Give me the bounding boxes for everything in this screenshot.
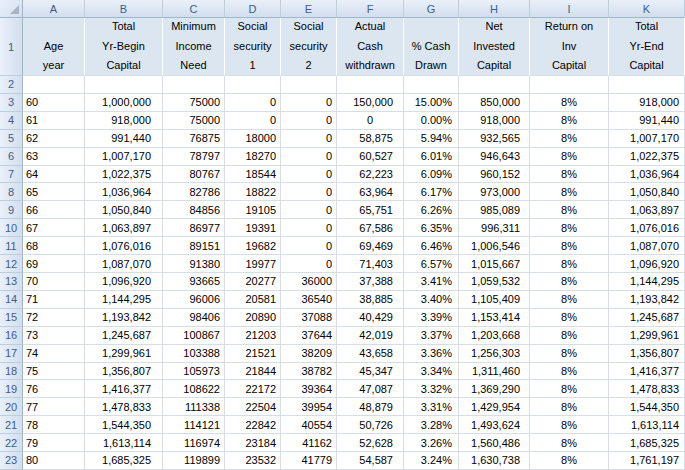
cell-C18[interactable]: 105973 xyxy=(163,363,225,381)
cell-E4[interactable]: 0 xyxy=(281,112,337,130)
cell-E15[interactable]: 37088 xyxy=(281,309,337,327)
cell-B5[interactable]: 991,440 xyxy=(85,130,163,148)
cell-C12[interactable]: 91380 xyxy=(163,255,225,273)
row-header-13[interactable]: 13 xyxy=(0,273,23,291)
row-header-9[interactable]: 9 xyxy=(0,201,23,219)
cell-H15[interactable]: 1,153,414 xyxy=(459,309,530,327)
cell-B10[interactable]: 1,063,897 xyxy=(85,219,163,237)
cell-K4[interactable]: 991,440 xyxy=(609,112,685,130)
cell-D20[interactable]: 22504 xyxy=(225,398,281,416)
cell-D1[interactable]: Socialsecurity1 xyxy=(225,18,281,76)
cell-H19[interactable]: 1,369,290 xyxy=(459,380,530,398)
cell-C2[interactable] xyxy=(163,76,225,94)
cell-F11[interactable]: 69,469 xyxy=(337,237,404,255)
cell-K16[interactable]: 1,299,961 xyxy=(609,327,685,345)
cell-K6[interactable]: 1,022,375 xyxy=(609,148,685,166)
cell-G14[interactable]: 3.40% xyxy=(404,291,459,309)
cell-A12[interactable]: 69 xyxy=(23,255,85,273)
cell-G12[interactable]: 6.57% xyxy=(404,255,459,273)
cell-A13[interactable]: 70 xyxy=(23,273,85,291)
cell-H8[interactable]: 973,000 xyxy=(459,183,530,201)
cell-D4[interactable]: 0 xyxy=(225,112,281,130)
cell-A19[interactable]: 76 xyxy=(23,380,85,398)
row-header-12[interactable]: 12 xyxy=(0,255,23,273)
cell-F7[interactable]: 62,223 xyxy=(337,166,404,184)
cell-D12[interactable]: 19977 xyxy=(225,255,281,273)
cell-H17[interactable]: 1,256,303 xyxy=(459,345,530,363)
row-header-16[interactable]: 16 xyxy=(0,327,23,345)
row-header-6[interactable]: 6 xyxy=(0,148,23,166)
cell-B7[interactable]: 1,022,375 xyxy=(85,166,163,184)
cell-H11[interactable]: 1,006,546 xyxy=(459,237,530,255)
cell-I8[interactable]: 8% xyxy=(530,183,609,201)
cell-D13[interactable]: 20277 xyxy=(225,273,281,291)
cell-F1[interactable]: ActualCashwithdrawn xyxy=(337,18,404,76)
cell-K15[interactable]: 1,245,687 xyxy=(609,309,685,327)
cell-E22[interactable]: 41162 xyxy=(281,434,337,452)
cell-E20[interactable]: 39954 xyxy=(281,398,337,416)
cell-E21[interactable]: 40554 xyxy=(281,416,337,434)
cell-G9[interactable]: 6.26% xyxy=(404,201,459,219)
cell-H1[interactable]: NetInvestedCapital xyxy=(459,18,530,76)
cell-C9[interactable]: 84856 xyxy=(163,201,225,219)
cell-F6[interactable]: 60,527 xyxy=(337,148,404,166)
cell-E23[interactable]: 41779 xyxy=(281,452,337,470)
cell-A4[interactable]: 61 xyxy=(23,112,85,130)
cell-D18[interactable]: 21844 xyxy=(225,363,281,381)
cell-E16[interactable]: 37644 xyxy=(281,327,337,345)
cell-G3[interactable]: 15.00% xyxy=(404,94,459,112)
cell-K3[interactable]: 918,000 xyxy=(609,94,685,112)
cell-H6[interactable]: 946,643 xyxy=(459,148,530,166)
cell-F2[interactable] xyxy=(337,76,404,94)
cell-H22[interactable]: 1,560,486 xyxy=(459,434,530,452)
cell-C21[interactable]: 114121 xyxy=(163,416,225,434)
cell-K17[interactable]: 1,356,807 xyxy=(609,345,685,363)
cell-B13[interactable]: 1,096,920 xyxy=(85,273,163,291)
cell-I19[interactable]: 8% xyxy=(530,380,609,398)
cell-E7[interactable]: 0 xyxy=(281,166,337,184)
cell-K12[interactable]: 1,096,920 xyxy=(609,255,685,273)
row-header-5[interactable]: 5 xyxy=(0,130,23,148)
cell-F23[interactable]: 54,587 xyxy=(337,452,404,470)
cell-H2[interactable] xyxy=(459,76,530,94)
cell-F20[interactable]: 48,879 xyxy=(337,398,404,416)
cell-D2[interactable] xyxy=(225,76,281,94)
cell-C22[interactable]: 116974 xyxy=(163,434,225,452)
row-header-8[interactable]: 8 xyxy=(0,183,23,201)
cell-A14[interactable]: 71 xyxy=(23,291,85,309)
cell-K11[interactable]: 1,087,070 xyxy=(609,237,685,255)
cell-E8[interactable]: 0 xyxy=(281,183,337,201)
cell-F21[interactable]: 50,726 xyxy=(337,416,404,434)
cell-D14[interactable]: 20581 xyxy=(225,291,281,309)
cell-G21[interactable]: 3.28% xyxy=(404,416,459,434)
cell-E10[interactable]: 0 xyxy=(281,219,337,237)
cell-K2[interactable] xyxy=(609,76,685,94)
cell-E3[interactable]: 0 xyxy=(281,94,337,112)
cell-E19[interactable]: 39364 xyxy=(281,380,337,398)
cell-G22[interactable]: 3.26% xyxy=(404,434,459,452)
cell-D3[interactable]: 0 xyxy=(225,94,281,112)
cell-K13[interactable]: 1,144,295 xyxy=(609,273,685,291)
cell-I10[interactable]: 8% xyxy=(530,219,609,237)
cell-G18[interactable]: 3.34% xyxy=(404,363,459,381)
cell-G23[interactable]: 3.24% xyxy=(404,452,459,470)
cell-I1[interactable]: Return onInvCapital xyxy=(530,18,609,76)
cell-D23[interactable]: 23532 xyxy=(225,452,281,470)
cell-H16[interactable]: 1,203,668 xyxy=(459,327,530,345)
cell-B17[interactable]: 1,299,961 xyxy=(85,345,163,363)
cell-C15[interactable]: 98406 xyxy=(163,309,225,327)
row-header-1[interactable]: 1 xyxy=(0,18,23,76)
cell-H10[interactable]: 996,311 xyxy=(459,219,530,237)
cell-H18[interactable]: 1,311,460 xyxy=(459,363,530,381)
row-header-18[interactable]: 18 xyxy=(0,363,23,381)
cell-I4[interactable]: 8% xyxy=(530,112,609,130)
cell-F13[interactable]: 37,388 xyxy=(337,273,404,291)
cell-B6[interactable]: 1,007,170 xyxy=(85,148,163,166)
cell-G11[interactable]: 6.46% xyxy=(404,237,459,255)
cell-A15[interactable]: 72 xyxy=(23,309,85,327)
cell-I14[interactable]: 8% xyxy=(530,291,609,309)
cell-B9[interactable]: 1,050,840 xyxy=(85,201,163,219)
cell-D19[interactable]: 22172 xyxy=(225,380,281,398)
cell-E13[interactable]: 36000 xyxy=(281,273,337,291)
cell-C6[interactable]: 78797 xyxy=(163,148,225,166)
